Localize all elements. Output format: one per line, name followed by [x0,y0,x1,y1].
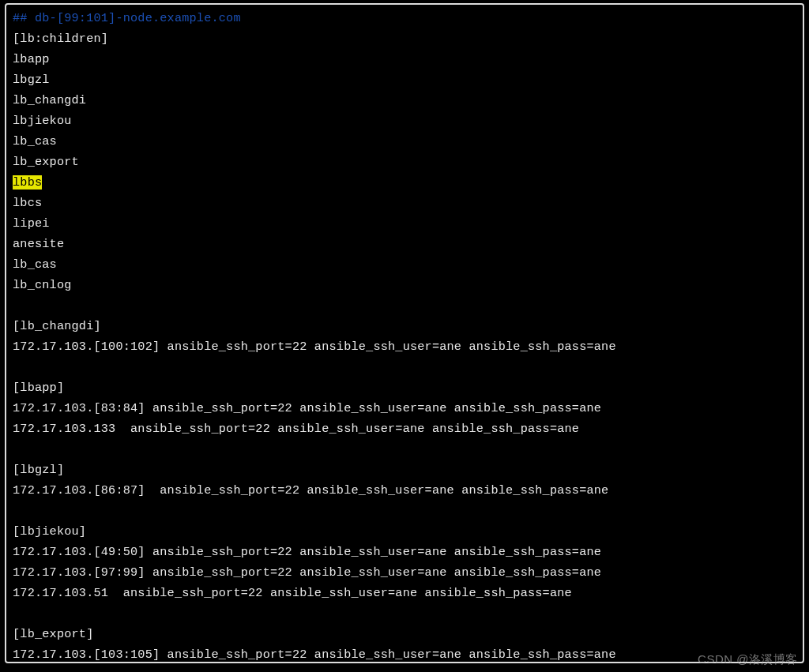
watermark: CSDN @洛溪博客 [698,652,798,667]
terminal-line: 172.17.103.51 ansible_ssh_port=22 ansibl… [13,583,796,603]
terminal-line: [lbjiekou] [13,521,796,542]
terminal-line: lipei [13,213,796,234]
terminal-line: lb_changdi [13,90,796,111]
terminal-line: 172.17.103.[49:50] ansible_ssh_port=22 a… [13,542,796,562]
terminal-line [13,357,796,377]
terminal-line: lbcs [13,193,796,213]
terminal-line: [lbapp] [13,377,796,398]
terminal-line: 172.17.103.[86:87] ansible_ssh_port=22 a… [13,480,796,501]
terminal-line: [lbgzl] [13,460,796,480]
terminal-line: lbapp [13,49,796,69]
terminal-line: lb_cas [13,254,796,275]
terminal-content[interactable]: ## db-[99:101]-node.example.com[lb:child… [13,8,796,663]
highlighted-text: lbbs [13,175,42,190]
terminal-line [13,295,796,316]
terminal-line: lb_cas [13,131,796,152]
terminal-frame: ## db-[99:101]-node.example.com[lb:child… [5,3,804,663]
terminal-line: lb_cnlog [13,275,796,295]
terminal-line: lbbs [13,172,796,193]
terminal-line: 172.17.103.[100:102] ansible_ssh_port=22… [13,336,796,357]
terminal-line: 172.17.103.[83:84] ansible_ssh_port=22 a… [13,398,796,419]
terminal-line [13,501,796,521]
terminal-line: [lb:children] [13,28,796,49]
terminal-line: lbgzl [13,69,796,90]
terminal-line [13,603,796,624]
terminal-line: lb_export [13,152,796,172]
terminal-line: anesite [13,234,796,254]
terminal-line: 172.17.103.133 ansible_ssh_port=22 ansib… [13,419,796,439]
terminal-line: lbjiekou [13,111,796,131]
terminal-line [13,439,796,460]
terminal-line: [lb_export] [13,624,796,644]
terminal-line: [lb_changdi] [13,316,796,336]
terminal-line: ## db-[99:101]-node.example.com [13,8,796,28]
terminal-line: 172.17.103.[103:105] ansible_ssh_port=22… [13,644,796,663]
terminal-line: 172.17.103.[97:99] ansible_ssh_port=22 a… [13,562,796,583]
